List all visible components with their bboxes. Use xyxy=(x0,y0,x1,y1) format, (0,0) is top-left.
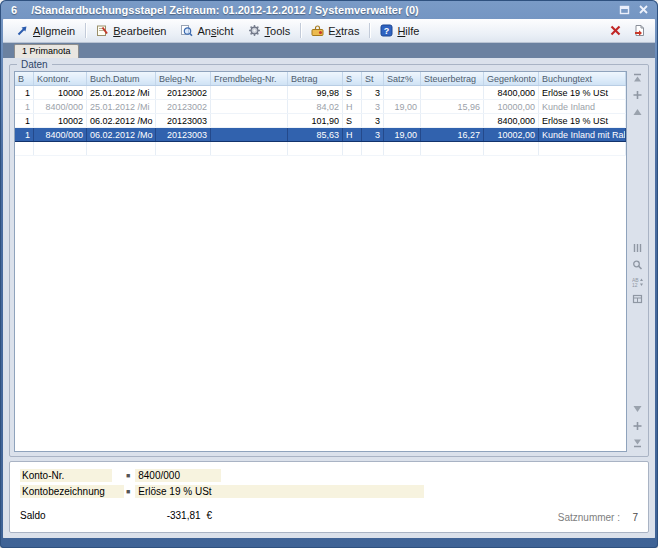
column-header-satz-[interactable]: Satz% xyxy=(384,72,421,86)
grid-cell[interactable]: H xyxy=(343,100,362,114)
exit-button[interactable] xyxy=(631,24,647,38)
grid-cell[interactable]: 1 xyxy=(15,100,34,114)
grid-cell[interactable]: H xyxy=(343,128,362,142)
grid-cell[interactable]: 1 xyxy=(15,128,34,142)
tab-primanota[interactable]: 1 Primanota xyxy=(14,44,79,58)
saldo-label: Saldo xyxy=(20,510,46,521)
grid-cell[interactable]: 8400/000 xyxy=(34,128,87,142)
grid-cell[interactable]: 20123003 xyxy=(156,114,211,128)
grid-cell[interactable]: 20123003 xyxy=(156,128,211,142)
grid-cell[interactable]: 10002,00 xyxy=(484,128,539,142)
grid-cell[interactable]: 8400,000 xyxy=(484,86,539,100)
column-header-gegenkonto[interactable]: Gegenkonto xyxy=(484,72,539,86)
menu-bearbeiten[interactable]: Bearbeiten xyxy=(89,22,173,39)
grid-cell[interactable]: 19,00 xyxy=(384,128,421,142)
grid-cell[interactable] xyxy=(211,114,288,128)
grid-row[interactable]: 18400/00025.01.2012 /Mi2012300284,02H319… xyxy=(15,100,626,114)
detail-panel: Konto-Nr. ■ 8400/000 Kontobezeichnung ■ … xyxy=(9,461,649,533)
booking-grid: BKontonr.Buch.DatumBeleg-Nr.Fremdbeleg-N… xyxy=(14,71,627,452)
grid-cell[interactable]: 8400/000 xyxy=(34,100,87,114)
column-header-steuerbetrag[interactable]: Steuerbetrag xyxy=(421,72,484,86)
grid-cell[interactable]: 84,02 xyxy=(288,100,343,114)
window-body: Allgmein Bearbeiten Ansicht Tools xyxy=(3,19,655,538)
grid-cell[interactable]: 3 xyxy=(362,86,384,100)
grid-cell[interactable]: 16,27 xyxy=(421,128,484,142)
scroll-down-icon[interactable] xyxy=(632,421,643,431)
grid-cell[interactable]: 85,63 xyxy=(288,128,343,142)
grid-cell[interactable]: 1 xyxy=(15,114,34,128)
grid-row[interactable]: 18400/00006.02.2012 /Mo2012300385,63H319… xyxy=(15,128,626,142)
grid-cell[interactable]: 20123002 xyxy=(156,86,211,100)
grid-row[interactable]: 11000025.01.2012 /Mi2012300299,98S38400,… xyxy=(15,86,626,100)
page-down-icon[interactable] xyxy=(632,404,643,414)
layout-icon[interactable] xyxy=(632,294,643,304)
page-up-icon[interactable] xyxy=(632,107,643,117)
grid-cell[interactable]: 10002 xyxy=(34,114,87,128)
grid-cell[interactable] xyxy=(384,114,421,128)
menu-label: Tools xyxy=(265,25,291,37)
menu-allgemein[interactable]: Allgmein xyxy=(9,22,82,39)
grid-cell[interactable]: 25.01.2012 /Mi xyxy=(87,100,156,114)
grid-cell[interactable]: 25.01.2012 /Mi xyxy=(87,86,156,100)
scroll-bottom-icon[interactable] xyxy=(632,438,643,448)
grid-cell[interactable] xyxy=(421,114,484,128)
grid-cell[interactable]: 10000,00 xyxy=(484,100,539,114)
grid-cell[interactable] xyxy=(211,86,288,100)
column-header-kontonr-[interactable]: Kontonr. xyxy=(34,72,87,86)
kontobezeichnung-field[interactable]: Erlöse 19 % USt xyxy=(135,485,424,498)
grid-cell[interactable]: 19,00 xyxy=(384,100,421,114)
field-bullet-icon: ■ xyxy=(126,472,130,479)
restore-button[interactable] xyxy=(616,3,632,17)
grid-cell[interactable]: 06.02.2012 /Mo xyxy=(87,128,156,142)
scroll-up-icon[interactable] xyxy=(632,90,643,100)
grid-cell[interactable]: Kunde Inland mit Rabatt xyxy=(539,128,626,142)
grid-cell[interactable]: 3 xyxy=(362,128,384,142)
grid-cell[interactable]: Erlöse 19 % USt xyxy=(539,86,626,100)
cancel-button[interactable] xyxy=(607,24,623,38)
grid-cell[interactable] xyxy=(211,100,288,114)
menu-tools[interactable]: Tools xyxy=(241,22,298,39)
column-header-b[interactable]: B xyxy=(15,72,34,86)
column-header-st[interactable]: St xyxy=(362,72,384,86)
column-header-buchungtext[interactable]: Buchungtext xyxy=(539,72,626,86)
grid-cell[interactable]: S xyxy=(343,114,362,128)
menu-hilfe[interactable]: ? Hilfe xyxy=(373,22,426,39)
menu-ansicht[interactable]: Ansicht xyxy=(173,22,240,39)
grid-cell[interactable]: Erlöse 19 % USt xyxy=(539,114,626,128)
grid-nav-strip: AB12 xyxy=(630,73,644,450)
grid-cell[interactable] xyxy=(211,128,288,142)
grid-cell[interactable]: 3 xyxy=(362,114,384,128)
nav-group-top xyxy=(630,73,644,117)
grid-cell[interactable]: 06.02.2012 /Mo xyxy=(87,114,156,128)
grid-row[interactable]: 11000206.02.2012 /Mo20123003101,90S38400… xyxy=(15,114,626,128)
column-header-s[interactable]: S xyxy=(343,72,362,86)
grid-empty-cell xyxy=(362,142,384,156)
close-window-button[interactable] xyxy=(635,3,651,17)
menu-label: Extras xyxy=(328,25,359,37)
scroll-top-icon[interactable] xyxy=(632,73,643,83)
grid-cell[interactable] xyxy=(421,86,484,100)
grid-cell[interactable]: 3 xyxy=(362,100,384,114)
column-header-betrag[interactable]: Betrag xyxy=(288,72,343,86)
grid-cell[interactable] xyxy=(384,86,421,100)
grid-cell[interactable]: 99,98 xyxy=(288,86,343,100)
grid-cell[interactable]: 101,90 xyxy=(288,114,343,128)
sort-icon[interactable]: AB12 xyxy=(632,277,643,287)
column-header-fremdbeleg-nr-[interactable]: Fremdbeleg-Nr. xyxy=(211,72,288,86)
grid-cell[interactable]: S xyxy=(343,86,362,100)
column-header-beleg-nr-[interactable]: Beleg-Nr. xyxy=(156,72,211,86)
menu-extras[interactable]: Extras xyxy=(304,22,366,39)
search-icon[interactable] xyxy=(632,260,643,270)
grid-empty-cell xyxy=(484,142,539,156)
grid-empty-cell xyxy=(87,142,156,156)
grid-cell[interactable]: Kunde Inland xyxy=(539,100,626,114)
grid-cell[interactable]: 1 xyxy=(15,86,34,100)
grid-cell[interactable]: 15,96 xyxy=(421,100,484,114)
column-header-buch-datum[interactable]: Buch.Datum xyxy=(87,72,156,86)
grid-cell[interactable]: 10000 xyxy=(34,86,87,100)
konto-nr-field[interactable]: 8400/000 xyxy=(135,469,221,482)
grid-cell[interactable]: 8400,000 xyxy=(484,114,539,128)
columns-icon[interactable] xyxy=(632,243,643,253)
grid-empty-cell xyxy=(343,142,362,156)
grid-cell[interactable]: 20123002 xyxy=(156,100,211,114)
